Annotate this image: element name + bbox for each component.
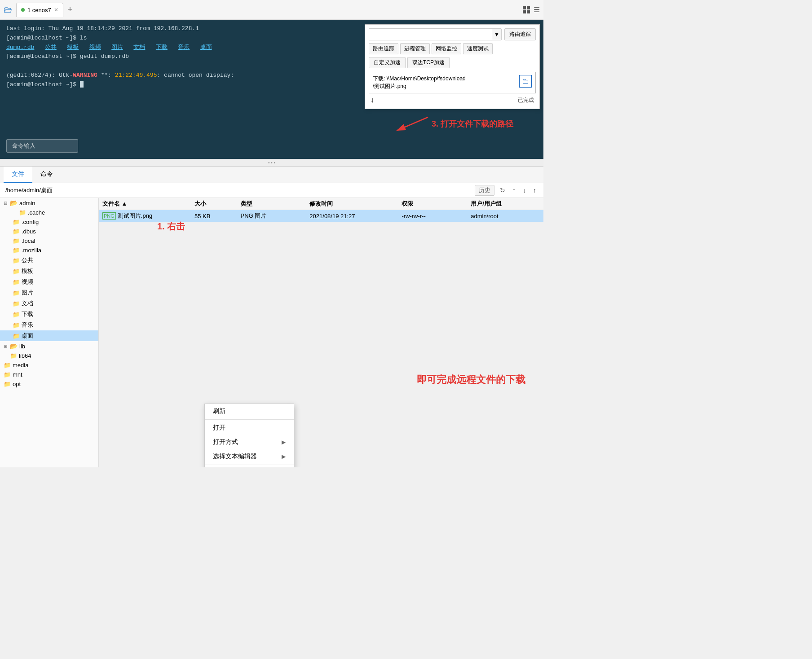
sidebar-item-mozilla[interactable]: 📁 .mozilla	[0, 246, 98, 255]
ctx-div-1	[205, 419, 294, 420]
folder-lib64-icon: 📁	[10, 352, 17, 359]
sidebar-label-mozilla: .mozilla	[22, 247, 41, 254]
tab-cenos7[interactable]: 1 cenos7 ✕	[16, 3, 63, 17]
sidebar-item-docs[interactable]: 📁 文档	[0, 298, 98, 309]
file-size: 55 KB	[194, 213, 241, 220]
sidebar-label-local: .local	[22, 237, 35, 244]
folder-icon-cache: 📁	[19, 209, 26, 216]
tcp-accel-btn[interactable]: 双边TCP加速	[407, 57, 450, 68]
sidebar-label-mnt: mnt	[13, 371, 22, 378]
ctx-open-with-label: 打开方式	[213, 438, 238, 446]
sidebar-label-video: 视频	[22, 278, 33, 286]
file-name-cell: PNG 测试图片.png	[102, 212, 194, 220]
ctx-text-editor[interactable]: 选择文本编辑器 ▶	[205, 449, 294, 464]
sidebar-label-lib: lib	[19, 343, 25, 350]
sidebar-item-template[interactable]: 📁 模板	[0, 266, 98, 277]
divider-dots: • • •	[0, 159, 543, 167]
ctx-open-with[interactable]: 打开方式 ▶	[205, 435, 294, 449]
grid-view-icon[interactable]	[523, 6, 530, 13]
cmd-input-bar[interactable]: 命令输入	[6, 139, 78, 153]
file-type: PNG 图片	[241, 212, 310, 220]
sidebar-item-video[interactable]: 📁 视频	[0, 277, 98, 287]
col-modified: 修改时间	[309, 200, 402, 208]
sidebar-item-media[interactable]: 📁 media	[0, 360, 98, 370]
tab-label: 1 cenos7	[27, 7, 51, 13]
folder-lib-icon: 📂	[10, 343, 18, 350]
folder-icon-local: 📁	[13, 237, 20, 244]
file-owner: admin/root	[471, 213, 540, 220]
title-bar-right: ☰	[523, 5, 540, 14]
custom-accel-btn[interactable]: 自定义加速	[369, 57, 406, 68]
up-btn[interactable]: ↑	[511, 185, 517, 196]
upload-btn[interactable]: ↑	[531, 185, 538, 196]
expand-lib: ⊞	[4, 344, 10, 349]
folder-icon-music: 📁	[13, 322, 20, 329]
folder-icon-mozilla: 📁	[13, 247, 20, 254]
sidebar-item-opt[interactable]: 📁 opt	[0, 379, 98, 389]
sidebar-item-admin[interactable]: ⊟ 📂 admin	[0, 198, 98, 208]
current-path: /home/admin/桌面	[5, 186, 53, 194]
expand-icon: ⊟	[4, 201, 10, 206]
tab-speed-btn[interactable]: 速度测试	[463, 43, 493, 54]
sidebar-item-lib64[interactable]: 📁 lib64	[0, 351, 98, 360]
route-trace-btn[interactable]: 路由追踪	[504, 28, 536, 40]
sidebar-label-config: .config	[22, 219, 39, 225]
download-btn[interactable]: ↓	[521, 185, 528, 196]
tab-cmd[interactable]: 命令	[32, 167, 61, 183]
sidebar-item-pictures[interactable]: 📁 图片	[0, 287, 98, 298]
tab-route-btn[interactable]: 路由追踪	[369, 43, 398, 54]
tab-close-btn[interactable]: ✕	[54, 7, 58, 13]
ctx-open[interactable]: 打开	[205, 421, 294, 435]
col-size: 大小	[194, 200, 241, 208]
folder-icon-public: 📁	[13, 257, 20, 264]
ctx-copy-path[interactable]: 复制路径	[205, 466, 294, 467]
sidebar-item-downloads[interactable]: 📁 下载	[0, 309, 98, 320]
sidebar-item-music[interactable]: 📁 音乐	[0, 320, 98, 330]
add-tab-btn[interactable]: +	[65, 5, 75, 14]
sidebar-item-config[interactable]: 📁 .config	[0, 217, 98, 227]
progress-arrow-icon: ↓	[371, 96, 374, 104]
file-perms: -rw-rw-r--	[402, 213, 471, 220]
sidebar-item-mnt[interactable]: 📁 mnt	[0, 370, 98, 379]
path-bar: /home/admin/桌面 历史 ↻ ↑ ↓ ↑	[0, 183, 543, 198]
route-input[interactable]	[369, 29, 492, 40]
col-owner: 用户/用户组	[471, 200, 540, 208]
panel-tabs-row: 路由追踪 进程管理 网络监控 速度测试	[369, 43, 536, 54]
ctx-div-2	[205, 465, 294, 465]
sidebar-label-docs: 文档	[22, 299, 33, 308]
file-list: 文件名 ▲ 大小 类型 修改时间 权限 用户/用户组 PNG 测试图片.png …	[99, 198, 543, 467]
panel-accel-row: 自定义加速 双边TCP加速	[369, 57, 536, 68]
sidebar-item-local[interactable]: 📁 .local	[0, 236, 98, 246]
sidebar-label-desktop: 桌面	[22, 332, 33, 340]
sidebar-item-public[interactable]: 📁 公共	[0, 255, 98, 266]
tab-process-btn[interactable]: 进程管理	[400, 43, 430, 54]
refresh-btn[interactable]: ↻	[498, 185, 507, 196]
sidebar-label-admin: admin	[19, 200, 35, 206]
file-list-header: 文件名 ▲ 大小 类型 修改时间 权限 用户/用户组	[99, 198, 543, 210]
col-name: 文件名 ▲	[102, 200, 194, 208]
menu-icon[interactable]: ☰	[534, 5, 540, 14]
folder-opt-icon: 📁	[4, 381, 11, 387]
panel-input-wrapper: ▼	[369, 28, 502, 40]
sidebar-item-desktop[interactable]: 📁 桌面	[0, 330, 98, 341]
sidebar-item-lib[interactable]: ⊞ 📂 lib	[0, 341, 98, 351]
file-row-png[interactable]: PNG 测试图片.png 55 KB PNG 图片 2021/08/19 21:…	[99, 210, 543, 222]
sidebar-label-public: 公共	[22, 256, 33, 264]
folder-mnt-icon: 📁	[4, 371, 11, 378]
sidebar-label-media: media	[13, 362, 28, 369]
tab-file[interactable]: 文件	[4, 167, 32, 183]
download-path-box: 下载: \\Mac\Home\Desktop\fsdownload \测试图片.…	[369, 72, 536, 93]
history-btn[interactable]: 历史	[475, 185, 494, 196]
folder-icon-docs: 📁	[13, 300, 20, 307]
ctx-text-editor-label: 选择文本编辑器	[213, 453, 257, 461]
open-folder-btn[interactable]: 🗀	[519, 75, 532, 88]
dropdown-btn[interactable]: ▼	[492, 29, 501, 40]
sidebar-label-dbus: .dbus	[22, 228, 36, 235]
sidebar-label-cache: .cache	[28, 209, 45, 216]
context-menu: 刷新 打开 打开方式 ▶ 选择文本编辑器 ▶ 复制路径 下载 2. 下载 上传.…	[204, 404, 294, 467]
tab-network-btn[interactable]: 网络监控	[432, 43, 461, 54]
sidebar-item-dbus[interactable]: 📁 .dbus	[0, 227, 98, 236]
ctx-refresh[interactable]: 刷新	[205, 404, 294, 418]
sidebar-item-cache[interactable]: 📁 .cache	[0, 208, 98, 217]
col-perms: 权限	[402, 200, 471, 208]
